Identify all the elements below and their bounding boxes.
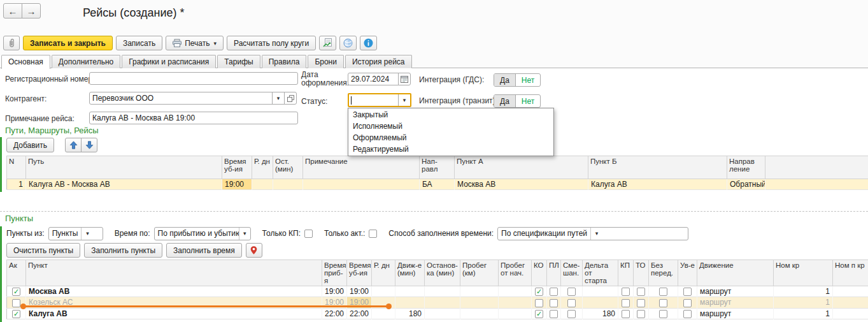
cell-note[interactable] xyxy=(303,179,420,190)
bez-pered-checkbox[interactable]: ✓ xyxy=(659,288,667,296)
pl-checkbox[interactable]: ✓ xyxy=(550,310,558,318)
cell-arrival[interactable]: 19:00 xyxy=(322,286,347,297)
cell-work-days[interactable] xyxy=(252,179,273,190)
points-table-row-kaluga[interactable]: ✓ Калуга АВ 22:00 22:00 180 ✓ ✓ ✓ 180 ✓ … xyxy=(7,308,868,319)
cell-nom-kr[interactable]: 1 xyxy=(774,297,833,308)
cell-point-name[interactable]: Москва АВ xyxy=(26,286,322,297)
active-checkbox[interactable]: ✓ xyxy=(12,299,20,307)
chevron-down-icon[interactable]: ▾ xyxy=(590,228,602,240)
trip-note-input[interactable] xyxy=(89,112,298,124)
pl-checkbox[interactable]: ✓ xyxy=(550,288,558,296)
cell-arrival[interactable]: 22:00 xyxy=(322,308,347,319)
only-kp-checkbox[interactable]: ✓ xyxy=(304,230,313,238)
globe-button[interactable] xyxy=(339,36,357,50)
only-act-checkbox[interactable]: ✓ xyxy=(369,230,377,238)
report-button[interactable] xyxy=(319,36,336,50)
kp-checkbox[interactable]: ✓ xyxy=(622,310,630,318)
tab-tariffs[interactable]: Тарифы xyxy=(217,55,260,68)
status-option-drafting[interactable]: Оформляемый xyxy=(348,132,553,143)
kp-checkbox[interactable]: ✓ xyxy=(622,288,630,296)
date-input[interactable] xyxy=(348,73,399,85)
cell-direction[interactable]: Обратный xyxy=(727,179,765,190)
active-checkbox[interactable]: ✓ xyxy=(12,288,20,296)
fill-points-button[interactable]: Заполнить пункты xyxy=(84,243,162,258)
to-checkbox[interactable]: ✓ xyxy=(637,299,645,307)
move-down-button[interactable] xyxy=(81,138,97,152)
status-option-editing[interactable]: Редактируемый xyxy=(348,143,553,155)
cell-nom-p-kr[interactable] xyxy=(833,308,868,319)
cell-num[interactable]: 1 xyxy=(7,179,26,190)
calendar-button[interactable] xyxy=(398,73,411,85)
tab-additional[interactable]: Дополнительно xyxy=(52,55,120,68)
tab-rules[interactable]: Правила xyxy=(262,55,307,68)
tab-main[interactable]: Основная xyxy=(1,55,50,69)
bez-pered-checkbox[interactable]: ✓ xyxy=(659,299,667,307)
to-checkbox[interactable]: ✓ xyxy=(637,288,645,296)
cell-stop-min[interactable] xyxy=(273,179,303,190)
contractor-open-button[interactable] xyxy=(284,92,297,105)
back-button[interactable]: ← xyxy=(3,3,22,18)
drag-indicator-line[interactable] xyxy=(22,305,390,307)
smeshan-checkbox[interactable]: ✓ xyxy=(567,310,576,318)
fill-method-select[interactable]: По спецификации путей ▾ xyxy=(497,227,688,240)
reg-number-input[interactable] xyxy=(89,72,298,85)
chevron-down-icon[interactable]: ▾ xyxy=(81,228,93,240)
cell-movement[interactable]: маршрут xyxy=(697,308,774,319)
contractor-input[interactable] xyxy=(89,92,273,105)
points-from-select[interactable]: Пункты ▾ xyxy=(48,227,103,240)
active-checkbox[interactable]: ✓ xyxy=(12,310,20,318)
transit-yes-button[interactable]: Да xyxy=(494,95,516,107)
bez-pered-checkbox[interactable]: ✓ xyxy=(659,310,667,318)
chevron-down-icon[interactable]: ▾ xyxy=(239,228,250,240)
status-dropdown-button[interactable]: ▾ xyxy=(398,94,410,106)
smeshan-checkbox[interactable]: ✓ xyxy=(567,288,576,296)
save-button[interactable]: Записать xyxy=(116,36,162,50)
status-option-closed[interactable]: Закрытый xyxy=(348,109,553,121)
tab-schedules[interactable]: Графики и расписания xyxy=(122,55,216,68)
save-close-button[interactable]: Записать и закрыть xyxy=(23,36,113,50)
cell-path[interactable]: Калуга АВ - Москва АВ xyxy=(26,179,222,190)
cell-delta[interactable] xyxy=(583,286,618,297)
transit-no-button[interactable]: Нет xyxy=(516,95,540,107)
cell-move-min[interactable]: 180 xyxy=(395,308,425,319)
cell-nom-p-kr[interactable] xyxy=(833,286,868,297)
info-button[interactable] xyxy=(360,36,377,50)
uve-checkbox[interactable]: ✓ xyxy=(683,310,692,318)
cell-point-name[interactable]: Калуга АВ xyxy=(26,308,322,319)
cell-dep-time[interactable]: 19:00 xyxy=(222,179,252,190)
smeshan-checkbox[interactable]: ✓ xyxy=(567,299,576,307)
cell-move-min[interactable] xyxy=(395,297,425,308)
ko-checkbox[interactable]: ✓ xyxy=(535,310,543,318)
to-checkbox[interactable]: ✓ xyxy=(637,310,645,318)
cell-movement[interactable]: маршрут xyxy=(697,286,774,297)
cell-move-min[interactable] xyxy=(395,286,425,297)
cell-movement[interactable]: маршрут xyxy=(697,297,774,308)
tab-bookings[interactable]: Брони xyxy=(308,55,344,68)
forward-button[interactable]: → xyxy=(22,3,41,18)
fill-time-button[interactable]: Заполнить время xyxy=(166,243,242,258)
status-combobox[interactable]: ▾ xyxy=(348,93,411,107)
cell-point-a[interactable]: Москва АВ xyxy=(455,179,588,190)
calc-semicircles-button[interactable]: Расчитать полу круги xyxy=(227,36,316,50)
clear-points-button[interactable]: Очистить пункты xyxy=(6,243,80,258)
cell-departure[interactable]: 22:00 xyxy=(347,308,372,319)
ko-checkbox[interactable]: ✓ xyxy=(535,299,543,307)
kp-checkbox[interactable]: ✓ xyxy=(622,299,630,307)
print-button[interactable]: Печать ▾ xyxy=(166,36,224,50)
cell-delta[interactable]: 180 xyxy=(583,308,618,319)
cell-nom-p-kr[interactable] xyxy=(833,297,868,308)
cell-departure[interactable]: 19:00 xyxy=(347,286,372,297)
move-up-button[interactable] xyxy=(65,138,82,152)
cell-nom-kr[interactable]: 1 xyxy=(774,286,833,297)
gds-yes-button[interactable]: Да xyxy=(494,74,516,86)
add-row-button[interactable]: Добавить xyxy=(6,138,54,152)
paths-table-row[interactable]: 1 Калуга АВ - Москва АВ 19:00 БА Москва … xyxy=(7,179,868,190)
ko-checkbox[interactable]: ✓ xyxy=(535,288,543,296)
pl-checkbox[interactable]: ✓ xyxy=(550,299,558,307)
time-by-select[interactable]: По прибытию и убытию ▾ xyxy=(154,227,251,240)
points-table-row-moskva[interactable]: ✓ Москва АВ 19:00 19:00 ✓ ✓ ✓ ✓ ✓ ✓ ✓ ма… xyxy=(7,286,868,297)
attachments-button[interactable] xyxy=(3,36,20,50)
contractor-dropdown-button[interactable]: ▾ xyxy=(272,92,285,105)
uve-checkbox[interactable]: ✓ xyxy=(683,288,692,296)
cell-napravl[interactable]: БА xyxy=(420,179,455,190)
